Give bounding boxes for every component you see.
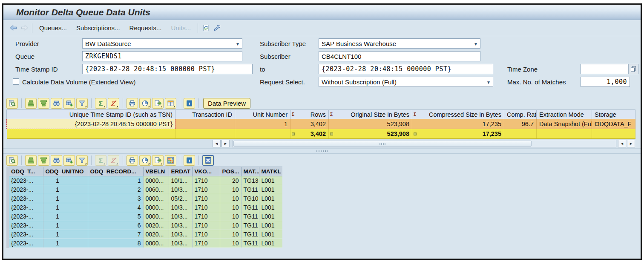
call-button[interactable]: [212, 23, 222, 33]
cell[interactable]: TG10: [241, 194, 259, 203]
column-header[interactable]: ODQ_T...: [9, 167, 43, 176]
sort-desc-button[interactable]: [38, 155, 49, 166]
cell[interactable]: 1: [43, 203, 88, 212]
time-zone-value-help-button[interactable]: [628, 64, 638, 74]
cell[interactable]: {2023-...: [9, 194, 43, 203]
export-button[interactable]: [152, 155, 164, 166]
filter-button[interactable]: [76, 98, 88, 109]
print-button[interactable]: [126, 155, 138, 166]
table-row[interactable]: {2023-...170020...10/3...171010TG11L001: [9, 230, 282, 239]
cell[interactable]: 0020...: [143, 230, 169, 239]
sum-button[interactable]: Σ: [95, 98, 106, 109]
refresh-button[interactable]: [201, 23, 211, 33]
sort-asc-button[interactable]: [25, 155, 37, 166]
cell[interactable]: 05/2...: [169, 194, 192, 203]
column-header[interactable]: ODQ_UNITNO: [43, 167, 88, 176]
cell[interactable]: 1710: [192, 230, 220, 239]
cell[interactable]: L001: [259, 230, 282, 239]
time-zone-input[interactable]: [581, 64, 628, 74]
find-next-button[interactable]: [63, 155, 75, 166]
requests-button[interactable]: Requests...: [125, 23, 167, 33]
cell[interactable]: 1: [43, 221, 88, 230]
cell[interactable]: 0000...: [143, 194, 169, 203]
cell[interactable]: 1: [43, 230, 88, 239]
cell[interactable]: 20: [220, 176, 241, 185]
column-header[interactable]: POS...: [220, 167, 241, 176]
cell[interactable]: [175, 119, 235, 129]
table-row[interactable]: {2023-...140000...10/3...171010TG11L001: [9, 203, 282, 212]
cell[interactable]: 5: [88, 212, 143, 221]
cell[interactable]: 10/3...: [169, 203, 192, 212]
close-button[interactable]: [202, 155, 214, 166]
cell[interactable]: 1: [43, 239, 88, 248]
back-button[interactable]: [8, 23, 18, 33]
find-button[interactable]: [51, 98, 62, 109]
cell[interactable]: TG11: [241, 221, 259, 230]
table-row[interactable]: {2023-...110000...10/1...171020TG13L001: [9, 176, 282, 185]
table-row[interactable]: {2023-...130000...05/2...171010TG10L001: [9, 194, 282, 203]
cell[interactable]: L001: [259, 185, 282, 194]
cell[interactable]: L001: [259, 239, 282, 248]
details-button[interactable]: [6, 98, 18, 109]
cell[interactable]: 10/3...: [169, 212, 192, 221]
column-header[interactable]: ODQ_RECORD...: [88, 167, 143, 176]
column-header[interactable]: Extraction Mode: [537, 110, 592, 119]
time-stamp-from-input[interactable]: {2023-02-28 20:48:15 000000 PST}: [82, 64, 253, 74]
cell[interactable]: 1: [235, 119, 290, 129]
cell[interactable]: 10: [220, 239, 241, 248]
cell[interactable]: L001: [259, 203, 282, 212]
info-button[interactable]: i: [184, 98, 195, 109]
cell[interactable]: {2023-...: [9, 239, 43, 248]
cell[interactable]: 1710: [192, 185, 220, 194]
cell[interactable]: 10: [220, 221, 241, 230]
cell[interactable]: 10/1...: [169, 176, 192, 185]
cell[interactable]: 2: [88, 185, 143, 194]
request-select-combo[interactable]: Without Subscription (Full) ▼: [319, 77, 493, 87]
cell[interactable]: 10: [220, 203, 241, 212]
views-button[interactable]: [139, 155, 151, 166]
cell[interactable]: 10: [220, 185, 241, 194]
cell[interactable]: 4: [88, 203, 143, 212]
column-header[interactable]: MAT...: [241, 167, 259, 176]
column-header[interactable]: Transaction ID: [175, 110, 235, 119]
calculate-volume-checkbox[interactable]: [13, 78, 19, 85]
cell[interactable]: 0060...: [143, 185, 169, 194]
cell[interactable]: L001: [259, 194, 282, 203]
queues-button[interactable]: Queues...: [34, 23, 72, 33]
cell[interactable]: {2023-...: [9, 230, 43, 239]
views-button[interactable]: [139, 98, 151, 109]
cell[interactable]: 10/3...: [169, 239, 192, 248]
scroll-left-button-right[interactable]: ◄: [618, 140, 626, 147]
cell[interactable]: {2023-...: [9, 203, 43, 212]
selected-data-row[interactable]: {2023-02-28 20:48:15 000000 PST}13,40252…: [7, 119, 635, 129]
splitter-handle[interactable]: [3, 148, 641, 154]
column-header[interactable]: VBELN: [143, 167, 169, 176]
cell[interactable]: TG11: [241, 203, 259, 212]
scroll-right-button-right[interactable]: ►: [627, 140, 635, 147]
info-button[interactable]: i: [184, 155, 195, 166]
cell[interactable]: 10/3...: [169, 185, 192, 194]
column-header[interactable]: MATKL: [259, 167, 282, 176]
cell[interactable]: TG11: [241, 212, 259, 221]
column-header[interactable]: Unit Number: [235, 110, 290, 119]
cell[interactable]: 3: [88, 194, 143, 203]
cell[interactable]: {2023-...: [9, 176, 43, 185]
cell[interactable]: 1: [43, 194, 88, 203]
cell[interactable]: 0000...: [143, 239, 169, 248]
cell[interactable]: 1710: [192, 194, 220, 203]
cell[interactable]: 1: [43, 176, 88, 185]
cell[interactable]: L001: [259, 176, 282, 185]
subtotal-button[interactable]: Σ: [108, 98, 119, 109]
cell[interactable]: 8: [88, 239, 143, 248]
scrollbar-thumb[interactable]: [233, 141, 532, 147]
column-header[interactable]: Comp. Rate: [504, 110, 537, 119]
cell[interactable]: 1: [43, 212, 88, 221]
queue-input[interactable]: ZRKGENDS1: [82, 51, 242, 61]
scroll-right-button[interactable]: ►: [221, 140, 230, 147]
column-header[interactable]: ERDAT: [169, 167, 192, 176]
layout-button[interactable]: [165, 98, 176, 109]
cell[interactable]: 10: [220, 230, 241, 239]
cell[interactable]: TG11: [241, 230, 259, 239]
table-row[interactable]: {2023-...150000...10/3...171010TG11L001: [9, 212, 282, 221]
cell[interactable]: 1710: [192, 203, 220, 212]
